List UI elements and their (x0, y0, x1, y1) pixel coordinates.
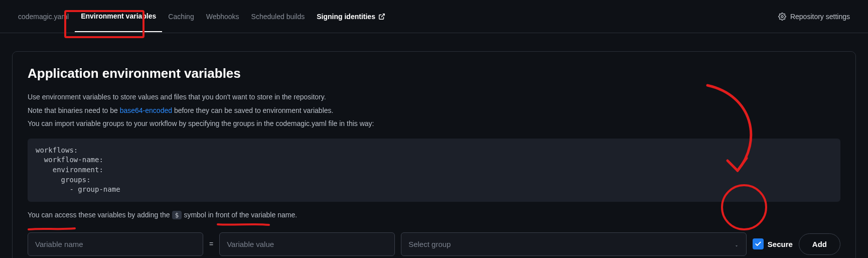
check-icon (755, 240, 762, 247)
base64-encoded-link[interactable]: base64-encoded (120, 106, 172, 114)
desc-line-2: Note that binaries need to be base64-enc… (28, 104, 840, 117)
tab-scheduled-builds[interactable]: Scheduled builds (245, 2, 311, 32)
variable-value-input[interactable] (219, 232, 395, 256)
yaml-code-block: workflows: workflow-name: environment: g… (28, 139, 840, 202)
repository-settings-link[interactable]: Repository settings (778, 13, 856, 21)
page-title: Application environment variables (28, 66, 840, 81)
svg-line-0 (381, 14, 384, 17)
repository-settings-label: Repository settings (790, 13, 850, 21)
secure-checkbox[interactable] (753, 238, 764, 249)
tab-caching[interactable]: Caching (162, 2, 200, 32)
external-link-icon (378, 13, 385, 20)
env-vars-card: Application environment variables Use en… (12, 51, 856, 258)
tabs-bar: codemagic.yaml Environment variables Cac… (0, 0, 868, 33)
tab-signing-identities[interactable]: Signing identities (311, 2, 391, 32)
chevron-down-icon (734, 241, 739, 246)
access-pre: You can access these variables by adding… (28, 211, 170, 219)
secure-checkbox-wrap: Secure (753, 238, 793, 249)
gear-icon (778, 13, 786, 21)
secure-label: Secure (768, 240, 793, 248)
variable-name-input[interactable] (28, 232, 203, 256)
access-text: You can access these variables by adding… (28, 211, 840, 219)
tabs-left: codemagic.yaml Environment variables Cac… (12, 1, 391, 32)
tab-environment-variables[interactable]: Environment variables (75, 1, 162, 32)
svg-point-1 (781, 16, 783, 18)
select-group-placeholder: Select group (408, 240, 451, 248)
desc2-post: before they can be saved to environment … (172, 106, 333, 114)
desc-line-3: You can import variable groups to your w… (28, 117, 840, 131)
desc-line-1: Use environment variables to store value… (28, 90, 840, 104)
desc2-pre: Note that binaries need to be (28, 106, 120, 114)
dollar-badge: $ (172, 211, 182, 219)
variable-input-row: = Select group Secure Add (28, 232, 840, 256)
tab-webhooks[interactable]: Webhooks (200, 2, 245, 32)
equals-label: = (209, 240, 213, 248)
tab-codemagic-yaml[interactable]: codemagic.yaml (12, 2, 75, 32)
add-button[interactable]: Add (799, 233, 840, 255)
access-post: symbol in front of the variable name. (184, 211, 297, 219)
tab-signing-label: Signing identities (317, 13, 375, 21)
select-group-dropdown[interactable]: Select group (401, 232, 747, 256)
